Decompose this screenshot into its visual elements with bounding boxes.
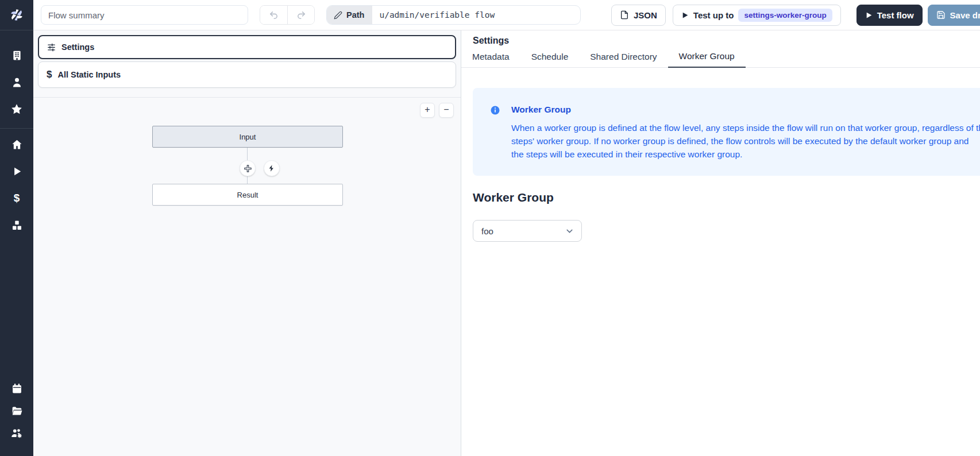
plus-icon: [244, 164, 252, 173]
info-text-line: the steps will be executed in their resp…: [511, 148, 980, 161]
chevron-down-icon: [565, 226, 574, 236]
sidebar-item-folders[interactable]: [5, 402, 28, 419]
flow-summary-input[interactable]: [41, 5, 248, 25]
result-node-label: Result: [237, 191, 258, 199]
sidebar-item-resources[interactable]: [5, 217, 28, 234]
user-icon: [11, 76, 23, 88]
result-node[interactable]: Result: [152, 184, 343, 206]
trigger-button[interactable]: [264, 160, 280, 176]
flow-graph[interactable]: Input Result: [33, 98, 461, 456]
dollar-icon: $: [14, 192, 20, 204]
info-text: When a worker group is defined at the fl…: [511, 121, 980, 161]
tab-worker-group[interactable]: Worker Group: [668, 51, 746, 68]
windmill-logo[interactable]: [0, 0, 33, 30]
redo-icon: [296, 10, 306, 20]
undo-icon: [269, 10, 279, 20]
calendar-icon: [11, 382, 23, 395]
sliders-icon: [47, 43, 56, 52]
flow-settings-label: Settings: [61, 42, 94, 52]
sidebar-item-workspace[interactable]: [5, 47, 28, 64]
settings-tabs: Metadata Schedule Shared Directory Worke…: [461, 51, 980, 68]
test-flow-label: Test flow: [877, 10, 914, 20]
cubes-icon: [11, 219, 23, 231]
tab-shared-directory[interactable]: Shared Directory: [579, 51, 668, 67]
path-group: Path: [326, 5, 581, 25]
sidebar-item-variables[interactable]: $: [5, 190, 28, 207]
content-row: Settings $ All Static Inputs + − Input: [33, 30, 980, 456]
info-text-line: steps' worker group. If no worker group …: [511, 134, 980, 148]
windmill-logo-icon: [9, 7, 24, 22]
play-icon: [11, 166, 22, 177]
sidebar-item-workers[interactable]: [5, 424, 28, 442]
users-gear-icon: [10, 427, 23, 439]
star-icon: [10, 103, 23, 115]
undo-button[interactable]: [260, 6, 287, 24]
sidebar-item-favorites[interactable]: [5, 101, 28, 118]
settings-panel: Settings Metadata Schedule Shared Direct…: [461, 30, 980, 456]
play-icon: [681, 11, 689, 19]
panel-body: Worker Group When a worker group is defi…: [461, 88, 980, 242]
tab-schedule[interactable]: Schedule: [520, 51, 580, 67]
worker-group-info-box: Worker Group When a worker group is defi…: [473, 88, 980, 176]
save-draft-label: Save draft: [950, 10, 980, 20]
info-content: Worker Group When a worker group is defi…: [511, 105, 980, 161]
all-static-inputs-label: All Static Inputs: [57, 70, 121, 79]
json-button[interactable]: JSON: [611, 5, 666, 26]
add-step-button[interactable]: [240, 160, 256, 176]
pencil-icon: [334, 11, 342, 20]
sidebar-bottom-group: [5, 380, 28, 456]
app-root: $: [0, 0, 980, 456]
path-edit-button[interactable]: Path: [327, 6, 372, 24]
json-button-label: JSON: [634, 10, 657, 20]
dollar-icon: $: [47, 69, 52, 80]
worker-group-section-title: Worker Group: [473, 191, 980, 204]
home-icon: [11, 138, 23, 150]
main-column: Path JSON Test up to settings-worker-gro…: [33, 0, 980, 456]
all-static-inputs-item[interactable]: $ All Static Inputs: [38, 61, 456, 88]
test-flow-button[interactable]: Test flow: [856, 5, 923, 26]
test-up-to-label: Test up to: [693, 10, 734, 20]
path-value-input[interactable]: [372, 10, 580, 20]
save-icon: [936, 10, 946, 20]
sidebar-item-runs[interactable]: [5, 163, 28, 180]
flow-settings-item[interactable]: Settings: [38, 35, 456, 59]
building-icon: [11, 49, 23, 61]
folder-open-icon: [11, 405, 23, 417]
sidebar-item-home[interactable]: [5, 136, 28, 153]
topbar: Path JSON Test up to settings-worker-gro…: [33, 0, 980, 30]
input-node[interactable]: Input: [152, 126, 343, 148]
bolt-icon: [268, 164, 276, 172]
file-json-icon: [620, 10, 629, 20]
undo-redo-group: [260, 5, 315, 25]
info-title: Worker Group: [511, 105, 980, 115]
flow-module-list: Settings $ All Static Inputs: [33, 30, 461, 98]
path-label: Path: [346, 10, 364, 20]
sidebar-divider: [0, 128, 33, 129]
sidebar-nav: $: [0, 30, 33, 456]
worker-group-select[interactable]: foo: [473, 220, 582, 242]
sidebar-item-user[interactable]: [5, 74, 28, 91]
panel-title: Settings: [461, 30, 980, 46]
input-node-label: Input: [240, 133, 256, 141]
info-text-line: When a worker group is defined at the fl…: [511, 121, 980, 134]
test-up-to-step-badge: settings-worker-group: [738, 9, 832, 22]
test-up-to-button[interactable]: Test up to settings-worker-group: [673, 5, 841, 26]
flow-canvas: Settings $ All Static Inputs + − Input: [33, 30, 461, 456]
redo-button[interactable]: [287, 6, 314, 24]
sidebar: $: [0, 0, 33, 456]
worker-group-select-value: foo: [481, 226, 493, 236]
save-draft-button[interactable]: Save draft: [928, 5, 980, 26]
info-icon: [490, 105, 500, 161]
sidebar-item-schedules[interactable]: [5, 380, 28, 397]
tab-metadata[interactable]: Metadata: [461, 51, 520, 67]
play-icon: [865, 11, 873, 19]
